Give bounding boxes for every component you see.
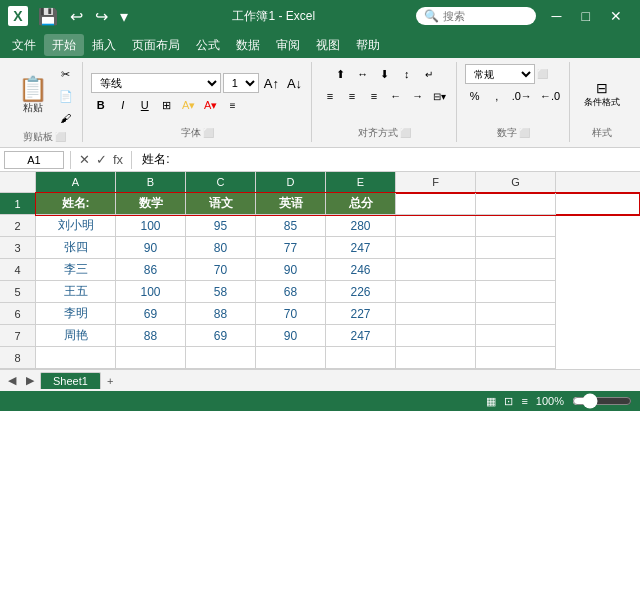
maximize-button[interactable]: □ [572, 0, 600, 32]
view-normal-icon[interactable]: ▦ [486, 395, 496, 408]
cell-a4[interactable]: 李三 [36, 259, 116, 281]
search-input[interactable] [443, 10, 533, 22]
cell-b2[interactable]: 100 [116, 215, 186, 237]
formula-confirm-icon[interactable]: ✓ [94, 152, 109, 167]
menu-formula[interactable]: 公式 [188, 34, 228, 56]
customize-icon[interactable]: ▾ [116, 5, 132, 28]
zoom-slider[interactable] [572, 393, 632, 409]
cell-d7[interactable]: 90 [256, 325, 326, 347]
number-format-selector[interactable]: 常规 [465, 64, 535, 84]
cell-d6[interactable]: 70 [256, 303, 326, 325]
cell-f4[interactable] [396, 259, 476, 281]
sheet-tab-1[interactable]: Sheet1 [40, 372, 101, 389]
cell-d8[interactable] [256, 347, 326, 369]
cell-g2[interactable] [476, 215, 556, 237]
cell-e8[interactable] [326, 347, 396, 369]
cell-e2[interactable]: 280 [326, 215, 396, 237]
comma-button[interactable]: , [487, 86, 507, 106]
cell-c8[interactable] [186, 347, 256, 369]
cell-d1[interactable]: 英语 [256, 193, 326, 215]
cell-b6[interactable]: 69 [116, 303, 186, 325]
italic-button[interactable]: I [113, 95, 133, 115]
row-num-8[interactable]: 8 [0, 347, 35, 369]
menu-help[interactable]: 帮助 [348, 34, 388, 56]
sheet-tab-nav-left[interactable]: ◀ [4, 374, 20, 387]
menu-file[interactable]: 文件 [4, 34, 44, 56]
cell-g4[interactable] [476, 259, 556, 281]
cell-e5[interactable]: 226 [326, 281, 396, 303]
align-left-button[interactable]: ≡ [320, 86, 340, 106]
menu-insert[interactable]: 插入 [84, 34, 124, 56]
row-num-1[interactable]: 1 [0, 193, 35, 215]
cell-f5[interactable] [396, 281, 476, 303]
col-header-g[interactable]: G [476, 172, 556, 192]
cell-c7[interactable]: 69 [186, 325, 256, 347]
formula-fx-icon[interactable]: fx [111, 152, 125, 167]
text-direction-button[interactable]: ↕ [397, 64, 417, 84]
merge-button[interactable]: ⊟▾ [430, 86, 450, 106]
col-header-f[interactable]: F [396, 172, 476, 192]
number-expand-icon[interactable]: ⬜ [519, 128, 530, 138]
cell-d3[interactable]: 77 [256, 237, 326, 259]
font-name-selector[interactable]: 等线 [91, 73, 221, 93]
format-painter-button[interactable]: 🖌 [56, 108, 76, 128]
cell-c2[interactable]: 95 [186, 215, 256, 237]
row-num-6[interactable]: 6 [0, 303, 35, 325]
cell-a8[interactable] [36, 347, 116, 369]
row-num-2[interactable]: 2 [0, 215, 35, 237]
cell-f8[interactable] [396, 347, 476, 369]
col-header-a[interactable]: A [36, 172, 116, 192]
cell-c5[interactable]: 58 [186, 281, 256, 303]
minimize-button[interactable]: ─ [542, 0, 572, 32]
indent-inc-button[interactable]: → [408, 86, 428, 106]
cell-reference-input[interactable] [4, 151, 64, 169]
align-right-button[interactable]: ≡ [364, 86, 384, 106]
cell-g6[interactable] [476, 303, 556, 325]
cell-b3[interactable]: 90 [116, 237, 186, 259]
font-size-selector[interactable]: 12 [223, 73, 259, 93]
percent-button[interactable]: % [465, 86, 485, 106]
formula-input[interactable] [138, 152, 636, 168]
row-num-7[interactable]: 7 [0, 325, 35, 347]
col-header-b[interactable]: B [116, 172, 186, 192]
sheet-tab-nav-right[interactable]: ▶ [22, 374, 38, 387]
wraptext-button[interactable]: ≡ [223, 95, 243, 115]
cell-b1[interactable]: 数学 [116, 193, 186, 215]
font-color-button[interactable]: A▾ [201, 95, 221, 115]
cell-a7[interactable]: 周艳 [36, 325, 116, 347]
decrease-decimal-button[interactable]: ←.0 [537, 86, 563, 106]
cell-c3[interactable]: 80 [186, 237, 256, 259]
view-break-icon[interactable]: ≡ [521, 395, 527, 407]
increase-font-button[interactable]: A↑ [261, 73, 282, 93]
cell-e1[interactable]: 总分 [326, 193, 396, 215]
cell-c6[interactable]: 88 [186, 303, 256, 325]
cell-d4[interactable]: 90 [256, 259, 326, 281]
underline-button[interactable]: U [135, 95, 155, 115]
cell-b8[interactable] [116, 347, 186, 369]
cell-b4[interactable]: 86 [116, 259, 186, 281]
cell-a3[interactable]: 张四 [36, 237, 116, 259]
cell-c1[interactable]: 语文 [186, 193, 256, 215]
cell-f7[interactable] [396, 325, 476, 347]
cell-a5[interactable]: 王五 [36, 281, 116, 303]
cell-b5[interactable]: 100 [116, 281, 186, 303]
cell-f2[interactable] [396, 215, 476, 237]
cell-g7[interactable] [476, 325, 556, 347]
view-layout-icon[interactable]: ⊡ [504, 395, 513, 408]
copy-button[interactable]: 📄 [56, 86, 76, 106]
cell-f1[interactable] [396, 193, 476, 215]
conditional-format-button[interactable]: ⊟ 条件格式 [580, 78, 624, 111]
cell-f6[interactable] [396, 303, 476, 325]
align-top-button[interactable]: ⬆ [331, 64, 351, 84]
bold-button[interactable]: B [91, 95, 111, 115]
col-header-e[interactable]: E [326, 172, 396, 192]
decrease-font-button[interactable]: A↓ [284, 73, 305, 93]
wrap-text-button[interactable]: ↵ [419, 64, 439, 84]
close-button[interactable]: ✕ [600, 0, 632, 32]
cell-c4[interactable]: 70 [186, 259, 256, 281]
align-bottom-button[interactable]: ⬇ [375, 64, 395, 84]
menu-home[interactable]: 开始 [44, 34, 84, 56]
menu-view[interactable]: 视图 [308, 34, 348, 56]
cell-b7[interactable]: 88 [116, 325, 186, 347]
indent-dec-button[interactable]: ← [386, 86, 406, 106]
